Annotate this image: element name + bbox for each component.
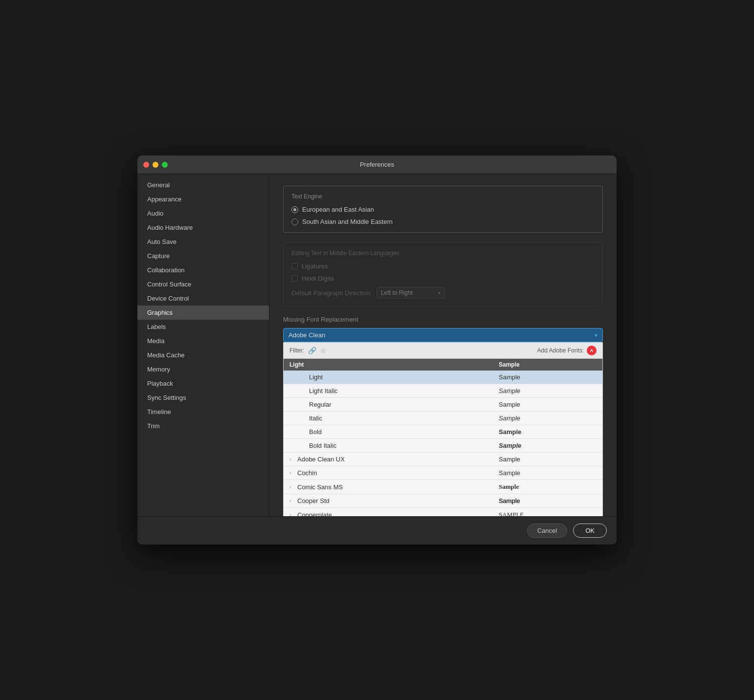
radio-south-asian-label: South Asian and Middle Eastern [302,218,393,225]
font-name-light: Light [309,373,499,381]
sidebar-item-sync-settings[interactable]: Sync Settings [137,391,269,405]
sidebar-item-audio[interactable]: Audio [137,206,269,220]
font-name-adobe-clean-ux: Adobe Clean UX [297,456,499,463]
font-list-header: Light Sample [284,359,602,371]
font-row-cooper-std[interactable]: › Cooper Std Sample [284,494,602,508]
font-sample-comic-sans: Sample [499,483,597,491]
font-chevron-icon: ▾ [595,332,598,339]
font-sample-cooper-std: Sample [499,497,597,504]
radio-south-asian[interactable]: South Asian and Middle Eastern [291,218,595,225]
main-content: GeneralAppearanceAudioAudio HardwareAuto… [137,174,617,516]
paragraph-direction-select[interactable]: Left to Right ▾ [377,287,445,299]
adobe-icon[interactable]: A [587,346,597,355]
font-name-italic: Italic [309,415,499,422]
sidebar-item-capture[interactable]: Capture [137,249,269,263]
font-name-regular: Regular [309,401,499,408]
sidebar-item-media-cache[interactable]: Media Cache [137,348,269,362]
text-engine-label: Text Engine [291,193,595,200]
paragraph-direction-row: Default Paragraph Direction: Left to Rig… [291,287,595,299]
font-row-cochin[interactable]: › Cochin Sample [284,466,602,480]
sidebar-item-timeline[interactable]: Timeline [137,405,269,419]
paragraph-direction-value: Left to Right [381,289,413,296]
font-sample-light-italic: Sample [499,387,597,394]
font-row-regular[interactable]: Regular Sample [284,398,602,412]
middle-eastern-label: Editing Text in Middle Eastern Languages [291,250,595,257]
sidebar-item-labels[interactable]: Labels [137,320,269,334]
sidebar: GeneralAppearanceAudioAudio HardwareAuto… [137,174,269,516]
chevron-down-icon: ▾ [438,290,441,296]
sidebar-item-auto-save[interactable]: Auto Save [137,235,269,249]
footer-bar: Cancel OK [137,516,617,545]
font-dropdown: Filter: 🔗 ☆ Add Adobe Fonts: A Light Sam… [283,342,603,516]
text-engine-options: European and East Asian South Asian and … [291,206,595,225]
link-icon[interactable]: 🔗 [308,347,316,354]
font-name-cochin: Cochin [297,469,499,477]
font-sample-italic: Sample [499,415,597,422]
selected-font-text: Adobe Clean [288,331,325,339]
font-name-bold: Bold [309,428,499,436]
sidebar-item-playback[interactable]: Playback [137,376,269,391]
font-row-light-italic[interactable]: Light Italic Sample [284,384,602,398]
filter-left: Filter: 🔗 ☆ [289,347,327,354]
hindi-digits-row[interactable]: Hindi Digits [291,275,595,282]
font-sample-copperplate: SAMPLE [499,511,597,516]
chevron-right-icon: › [289,484,297,490]
font-name-cooper-std: Cooper Std [297,497,499,504]
font-name-light-italic: Light Italic [309,387,499,394]
minimize-button[interactable] [153,162,158,168]
add-fonts-label: Add Adobe Fonts: [537,347,584,354]
window-controls [143,162,168,168]
radio-european-btn[interactable] [291,206,298,213]
ligatures-checkbox[interactable] [291,263,298,269]
font-sample-bold-italic: Sample [499,442,597,449]
font-sample-cochin: Sample [499,469,597,477]
font-row-italic[interactable]: Italic Sample [284,412,602,425]
font-name-comic-sans: Comic Sans MS [297,483,499,491]
radio-south-asian-btn[interactable] [291,219,298,225]
font-row-comic-sans[interactable]: › Comic Sans MS Sample [284,480,602,494]
font-list-body: Light Sample Light Italic Sample Reg [284,371,602,516]
middle-eastern-section: Editing Text in Middle Eastern Languages… [283,242,603,306]
font-sample-regular: Sample [499,401,597,408]
font-row-copperplate[interactable]: › Copperplate SAMPLE [284,508,602,516]
font-row-bold[interactable]: Bold Sample [284,425,602,439]
font-name-bold-italic: Bold Italic [309,442,499,449]
ligatures-label: Ligatures [302,262,328,270]
sidebar-item-memory[interactable]: Memory [137,362,269,376]
chevron-right-icon: › [289,498,297,503]
hindi-digits-checkbox[interactable] [291,275,298,282]
font-sample-bold: Sample [499,428,597,436]
font-select-bar[interactable]: Adobe Clean ▾ [283,328,603,342]
star-icon[interactable]: ☆ [320,347,327,354]
font-row-adobe-clean-ux[interactable]: › Adobe Clean UX Sample [284,453,602,466]
chevron-right-icon: › [289,512,297,517]
font-sample-light: Sample [499,373,597,381]
cancel-button[interactable]: Cancel [527,524,567,538]
sidebar-item-trim[interactable]: Trim [137,419,269,433]
sidebar-item-general[interactable]: General [137,178,269,192]
radio-european-label: European and East Asian [302,206,374,213]
ok-button[interactable]: OK [573,524,607,538]
font-name-copperplate: Copperplate [297,511,499,517]
filter-bar: Filter: 🔗 ☆ Add Adobe Fonts: A [284,343,602,359]
window-title: Preferences [360,161,394,168]
sidebar-item-device-control[interactable]: Device Control [137,291,269,306]
radio-european[interactable]: European and East Asian [291,206,595,213]
chevron-right-icon: › [289,470,297,476]
font-row-bold-italic[interactable]: Bold Italic Sample [284,439,602,453]
close-button[interactable] [143,162,149,168]
col-header-sample: Sample [499,361,597,368]
sidebar-item-graphics[interactable]: Graphics [137,306,269,320]
sidebar-item-collaboration[interactable]: Collaboration [137,263,269,277]
sidebar-item-control-surface[interactable]: Control Surface [137,277,269,291]
ligatures-row[interactable]: Ligatures [291,262,595,270]
hindi-digits-label: Hindi Digits [302,275,334,282]
font-row-light[interactable]: Light Sample [284,371,602,384]
chevron-right-icon: › [289,457,297,462]
paragraph-direction-label: Default Paragraph Direction: [291,289,372,297]
maximize-button[interactable] [162,162,168,168]
text-engine-section: Text Engine European and East Asian Sout… [283,186,603,233]
sidebar-item-appearance[interactable]: Appearance [137,192,269,206]
sidebar-item-media[interactable]: Media [137,334,269,348]
sidebar-item-audio-hardware[interactable]: Audio Hardware [137,220,269,235]
